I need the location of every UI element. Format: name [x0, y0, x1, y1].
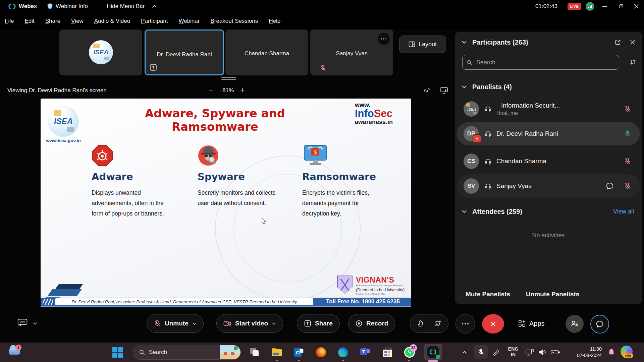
- chat-panel-button[interactable]: [590, 315, 609, 334]
- webinar-info-button[interactable]: Webinar Info: [56, 0, 88, 13]
- chevron-down-icon[interactable]: [192, 322, 197, 325]
- reactions-icon[interactable]: [434, 320, 441, 327]
- menu-share[interactable]: Share: [45, 18, 60, 24]
- view-all-link[interactable]: View all: [613, 208, 634, 215]
- isea-logo: ISEA: [89, 40, 113, 64]
- menu-help[interactable]: Help: [269, 18, 280, 24]
- webex-window: Webex Webinar Info Hide Menu Bar 01:02:4…: [0, 0, 644, 362]
- menu-edit[interactable]: Edit: [24, 18, 34, 24]
- tray-chevron-up-icon[interactable]: [458, 346, 471, 359]
- taskbar-search[interactable]: Search: [133, 345, 241, 360]
- menu-participant[interactable]: Participant: [141, 18, 168, 24]
- close-panel-icon[interactable]: [630, 40, 635, 45]
- participant-role: Host, me: [496, 110, 560, 116]
- tray-battery-icon[interactable]: [549, 346, 561, 359]
- hide-menu-bar-button[interactable]: Hide Menu Bar: [107, 0, 145, 13]
- language-indicator[interactable]: ENGIN: [505, 346, 521, 358]
- attendees-header: Attendees (259): [472, 208, 522, 216]
- video-tile-sanjay[interactable]: Sanjay Vyas: [310, 29, 393, 75]
- sort-icon[interactable]: [629, 58, 637, 66]
- ramsomware-column: $ Ramsomware Encrypts the victim's files…: [302, 145, 383, 219]
- whatsapp-icon[interactable]: 38: [403, 346, 416, 359]
- remote-screen-icon[interactable]: [440, 86, 449, 95]
- cc-chevron-icon[interactable]: [33, 322, 38, 325]
- unmute-panelists-button[interactable]: Unmute Panelists: [526, 288, 579, 301]
- webex-taskbar-icon[interactable]: [424, 344, 442, 360]
- participant-name: Information Securit...: [501, 102, 560, 109]
- task-view-icon[interactable]: [248, 346, 261, 359]
- menu-webinar[interactable]: Webinar: [178, 18, 200, 24]
- chevron-down-icon[interactable]: [462, 40, 467, 44]
- menu-view[interactable]: View: [71, 18, 84, 24]
- firefox-icon[interactable]: [315, 346, 327, 359]
- chevron-down-icon[interactable]: [462, 85, 467, 89]
- onedrive-icon[interactable]: 1: [9, 347, 20, 355]
- record-icon: [355, 320, 363, 327]
- mute-panelists-button[interactable]: Mute Panelists: [466, 288, 510, 301]
- chevron-down-icon[interactable]: [462, 209, 467, 214]
- taskbar-clock[interactable]: 11:30 07-08-2024: [566, 346, 602, 359]
- annotate-icon[interactable]: [423, 87, 431, 94]
- video-tile-deevi[interactable]: Dr. Deevi Radha Rani: [145, 29, 224, 75]
- layout-button[interactable]: Layout: [399, 36, 446, 53]
- copilot-icon[interactable]: PRE: [621, 346, 633, 358]
- closed-captions-icon[interactable]: CC: [17, 318, 28, 327]
- chevron-down-icon[interactable]: [272, 322, 276, 325]
- notifications-bell-icon[interactable]: [605, 346, 618, 359]
- zoom-out-button[interactable]: −: [209, 82, 213, 99]
- tray-mic-muted-icon[interactable]: [474, 345, 488, 359]
- start-video-button[interactable]: Start video: [216, 314, 283, 333]
- restore-button[interactable]: [619, 4, 624, 9]
- minimize-button[interactable]: [602, 6, 607, 7]
- mic-muted-icon[interactable]: [624, 105, 631, 113]
- tray-pen-icon[interactable]: [490, 346, 502, 359]
- participants-search[interactable]: [462, 55, 619, 70]
- mic-muted-icon: [154, 320, 161, 327]
- tile-more-button[interactable]: [378, 33, 390, 45]
- outlook-icon[interactable]: O: [292, 346, 305, 359]
- panelist-row-sanjay[interactable]: SV Sanjay Vyas: [457, 174, 640, 198]
- tray-volume-icon[interactable]: [536, 346, 549, 359]
- teams-icon[interactable]: T: [359, 346, 372, 359]
- file-explorer-icon[interactable]: [270, 346, 283, 359]
- filmstrip-drag-handle[interactable]: [221, 77, 236, 80]
- panelist-row-chandan[interactable]: CS Chandan Sharma: [457, 149, 640, 173]
- chat-icon[interactable]: [606, 182, 614, 190]
- menu-breakout-sessions[interactable]: Breakout Sessions: [210, 18, 258, 24]
- close-button[interactable]: [634, 4, 639, 9]
- raise-hand-icon[interactable]: [417, 320, 424, 327]
- mic-muted-icon[interactable]: [624, 182, 631, 190]
- shared-screen-slide: ISEA www.isea.gov.in Adware, Spyware and…: [41, 99, 411, 307]
- tray-display-icon[interactable]: [523, 346, 536, 359]
- panelist-row-host[interactable]: ISEA Information Securit... Host, me: [457, 97, 640, 121]
- slide-footer-bar: Dr. Deevi Radha Rani, Associate Professo…: [41, 298, 411, 306]
- apps-button[interactable]: Apps: [518, 314, 545, 333]
- search-input[interactable]: [476, 59, 615, 66]
- webex-logo-icon: [8, 3, 16, 10]
- spyware-column: Spyware Secretly monitors and collects u…: [198, 145, 286, 208]
- search-icon: [139, 350, 145, 355]
- zoom-in-button[interactable]: +: [240, 82, 245, 99]
- menu-audio-video[interactable]: Audio & Video: [94, 18, 130, 24]
- popout-icon[interactable]: [614, 39, 621, 46]
- chevron-up-icon[interactable]: [152, 4, 157, 8]
- mic-muted-icon[interactable]: [624, 158, 631, 165]
- mic-active-icon[interactable]: [624, 130, 631, 137]
- panel-footer: Mute Panelists Unmute Panelists: [455, 288, 642, 301]
- video-tile-host[interactable]: ISEA: [59, 29, 142, 75]
- adware-column: Adware Displays unwanted advertisements,…: [92, 145, 176, 219]
- unmute-button[interactable]: Unmute: [147, 314, 204, 333]
- participants-panel-button[interactable]: [566, 315, 584, 333]
- panelist-row-deevi[interactable]: DR Dr. Deevi Radha Rani: [457, 122, 640, 145]
- menu-file[interactable]: File: [5, 18, 14, 24]
- microsoft-store-icon[interactable]: [381, 346, 394, 359]
- share-button[interactable]: Share: [297, 314, 340, 333]
- start-button[interactable]: [111, 346, 124, 359]
- video-tile-chandan[interactable]: Chandan Sharma: [225, 29, 308, 75]
- more-options-button[interactable]: [455, 314, 475, 334]
- leave-meeting-button[interactable]: [482, 314, 504, 334]
- no-activities-message: No activities: [455, 232, 642, 239]
- edge-icon[interactable]: [337, 346, 350, 359]
- connection-quality-icon[interactable]: [586, 2, 594, 11]
- record-button[interactable]: Record: [348, 314, 395, 333]
